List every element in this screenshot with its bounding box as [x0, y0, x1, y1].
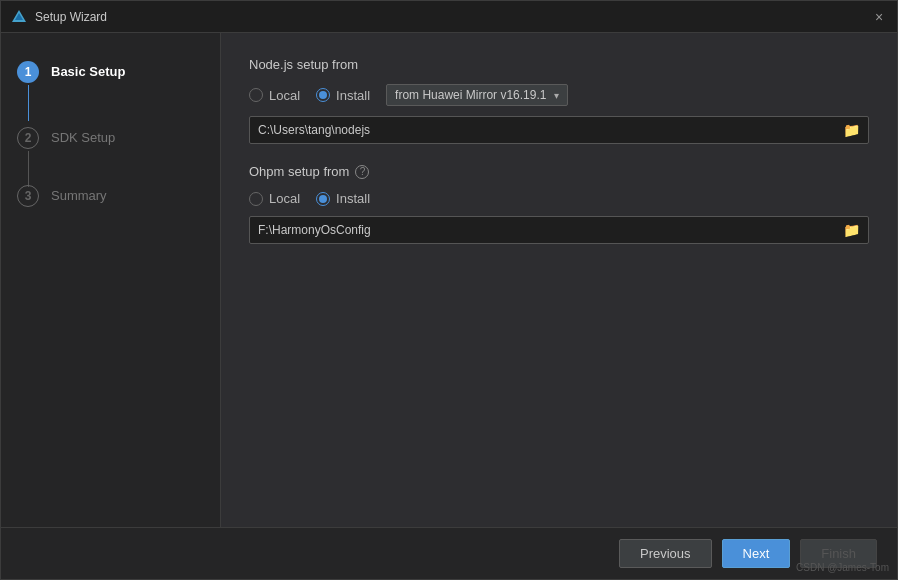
nodejs-local-label: Local — [269, 88, 300, 103]
nodejs-path-row: C:\Users\tang\nodejs 📁 — [249, 116, 869, 144]
ohpm-options-row: Local Install — [249, 191, 869, 206]
ohpm-local-label: Local — [269, 191, 300, 206]
step-1-label: Basic Setup — [51, 61, 125, 79]
step-1: 1 Basic Setup — [1, 53, 220, 131]
ohpm-local-radio-outer — [249, 192, 263, 206]
nodejs-local-radio[interactable]: Local — [249, 88, 300, 103]
step-2-circle: 2 — [17, 127, 39, 149]
step-2-connector — [28, 151, 29, 187]
step-1-circle: 1 — [17, 61, 39, 83]
close-button[interactable]: × — [871, 9, 887, 25]
ohpm-help-icon[interactable]: ? — [355, 165, 369, 179]
dropdown-arrow-icon: ▾ — [554, 90, 559, 101]
title-bar: Setup Wizard × — [1, 1, 897, 33]
nodejs-install-radio-inner — [319, 91, 327, 99]
nodejs-section: Node.js setup from Local Install — [249, 57, 869, 144]
nodejs-title: Node.js setup from — [249, 57, 869, 72]
next-button[interactable]: Next — [722, 539, 791, 568]
nodejs-mirror-text: from Huawei Mirror v16.19.1 — [395, 88, 546, 102]
ohpm-section: Ohpm setup from ? Local Install — [249, 164, 869, 244]
ohpm-install-radio[interactable]: Install — [316, 191, 370, 206]
step-1-connector — [28, 85, 29, 121]
ohpm-install-label: Install — [336, 191, 370, 206]
ohpm-install-radio-outer — [316, 192, 330, 206]
nodejs-local-radio-outer — [249, 88, 263, 102]
step-3: 3 Summary — [1, 185, 220, 207]
step-1-left: 1 — [17, 61, 39, 123]
right-panel: Node.js setup from Local Install — [221, 33, 897, 527]
ohpm-path-row: F:\HarmonyOsConfig 📁 — [249, 216, 869, 244]
nodejs-mirror-dropdown[interactable]: from Huawei Mirror v16.19.1 ▾ — [386, 84, 568, 106]
ohpm-title: Ohpm setup from — [249, 164, 349, 179]
window-title: Setup Wizard — [35, 10, 107, 24]
sidebar: 1 Basic Setup 2 SDK Setup — [1, 33, 221, 527]
nodejs-install-label: Install — [336, 88, 370, 103]
ohpm-local-radio[interactable]: Local — [249, 191, 300, 206]
ohpm-install-radio-inner — [319, 195, 327, 203]
nodejs-folder-icon[interactable]: 📁 — [843, 122, 860, 138]
previous-button[interactable]: Previous — [619, 539, 712, 568]
window-controls: × — [871, 9, 887, 25]
step-2-left: 2 — [17, 127, 39, 189]
step-3-circle: 3 — [17, 185, 39, 207]
ohpm-path-text: F:\HarmonyOsConfig — [258, 223, 843, 237]
watermark: CSDN @James-Tom — [796, 562, 889, 573]
step-2: 2 SDK Setup — [1, 127, 220, 189]
app-icon — [11, 9, 27, 25]
step-3-label: Summary — [51, 185, 107, 203]
nodejs-install-radio[interactable]: Install — [316, 88, 370, 103]
ohpm-folder-icon[interactable]: 📁 — [843, 222, 860, 238]
nodejs-path-text: C:\Users\tang\nodejs — [258, 123, 843, 137]
nodejs-options-row: Local Install from Huawei Mirror v16.19.… — [249, 84, 869, 106]
footer: Previous Next Finish — [1, 527, 897, 579]
step-3-left: 3 — [17, 185, 39, 207]
step-2-label: SDK Setup — [51, 127, 115, 145]
nodejs-install-radio-outer — [316, 88, 330, 102]
